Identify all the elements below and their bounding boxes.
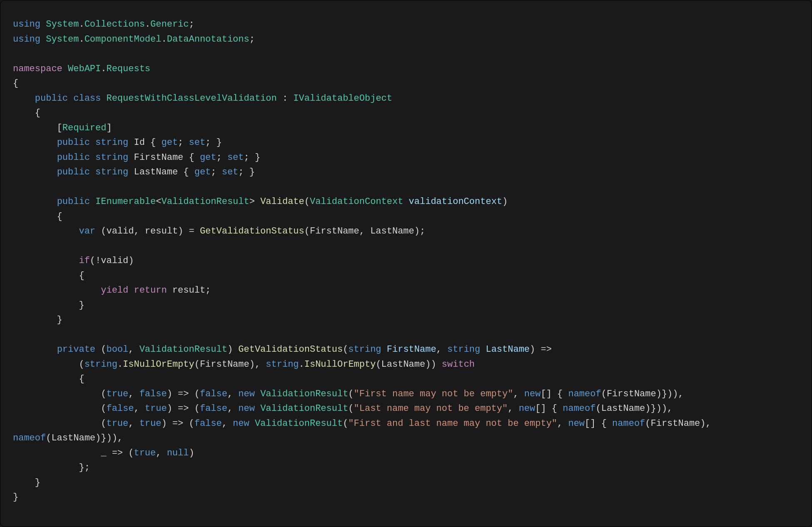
code-panel: using System.Collections.Generic; using … <box>0 0 812 527</box>
token: namespace <box>13 64 62 74</box>
token: Required <box>62 123 107 133</box>
token: ; } <box>238 167 255 177</box>
token: , <box>227 389 238 399</box>
token: FirstName <box>387 344 436 355</box>
token: false <box>194 418 222 429</box>
token: DataAnnotations <box>167 34 249 45</box>
token: , <box>128 344 139 355</box>
token: public <box>57 196 90 207</box>
token: (LastName)) <box>376 359 441 370</box>
token: ValidationResult <box>255 418 343 429</box>
token: { <box>13 108 40 118</box>
token: ) <box>227 344 238 355</box>
token: IEnumerable <box>95 196 156 207</box>
token: (FirstName)})), <box>601 389 684 399</box>
token <box>13 196 57 207</box>
token: result; <box>167 285 211 296</box>
token: new <box>233 418 249 429</box>
token: } <box>13 315 62 325</box>
token: ) => ( <box>167 389 200 399</box>
token: new <box>238 403 255 414</box>
token: ( <box>13 389 106 399</box>
token <box>62 64 68 74</box>
token: true <box>134 448 156 458</box>
token: public <box>35 93 68 104</box>
token: . <box>79 34 84 45</box>
token: . <box>79 19 84 30</box>
token: true <box>139 418 162 429</box>
token: bool <box>106 344 128 355</box>
token: IValidatableObject <box>293 93 392 104</box>
token: var <box>79 226 95 236</box>
token: ] <box>106 123 112 133</box>
token: . <box>161 34 167 45</box>
token: { <box>183 152 200 163</box>
token: ( <box>348 389 354 399</box>
token: new <box>524 389 541 399</box>
token <box>13 285 101 296</box>
token: public <box>57 167 90 177</box>
token: private <box>57 344 95 355</box>
token: ( <box>348 403 354 414</box>
token: false <box>106 403 134 414</box>
token: , <box>222 418 233 429</box>
token: _ => ( <box>13 448 134 458</box>
token: LastName <box>134 167 178 177</box>
token <box>13 93 35 104</box>
token: string <box>348 344 381 355</box>
token: if <box>79 256 90 266</box>
token: false <box>139 389 167 399</box>
token: nameof <box>612 418 645 429</box>
token: ValidationResult <box>260 389 348 399</box>
token <box>40 19 46 30</box>
token <box>249 418 255 429</box>
token: class <box>73 93 101 104</box>
token: ; <box>249 34 255 45</box>
token: . <box>145 19 150 30</box>
token: ( <box>343 344 348 355</box>
token: Validate <box>260 196 304 207</box>
token: public <box>57 152 90 163</box>
token: ) => <box>530 344 552 355</box>
token: { <box>13 374 85 384</box>
token <box>128 152 134 163</box>
token: Requests <box>106 64 150 74</box>
token: ValidationResult <box>139 344 227 355</box>
token <box>90 196 95 207</box>
token: WebAPI <box>68 64 101 74</box>
token: { <box>145 137 162 148</box>
token: > <box>249 196 260 207</box>
token: ValidationResult <box>260 403 348 414</box>
token: Id <box>134 137 144 148</box>
code-block: using System.Collections.Generic; using … <box>13 17 799 505</box>
token: , <box>436 344 447 355</box>
token: (LastName)})), <box>595 403 673 414</box>
token: set <box>189 137 206 148</box>
token: false <box>200 389 227 399</box>
token: null <box>167 448 189 458</box>
token: [ <box>13 123 62 133</box>
token: set <box>227 152 244 163</box>
token: switch <box>442 359 475 370</box>
token: { <box>13 78 18 89</box>
token <box>13 226 79 236</box>
token: ( <box>13 418 106 429</box>
token: }; <box>13 462 90 473</box>
token: true <box>145 403 167 414</box>
token: ; <box>178 137 189 148</box>
token: set <box>222 167 239 177</box>
token: ValidationContext <box>310 196 403 207</box>
token: false <box>200 403 227 414</box>
token: ; } <box>244 152 261 163</box>
token: true <box>106 418 128 429</box>
token: (LastName)})), <box>46 433 123 443</box>
token <box>480 344 486 355</box>
token: ( <box>13 403 106 414</box>
token: get <box>200 152 217 163</box>
token: { <box>13 211 62 222</box>
token: [] { <box>585 418 612 429</box>
token: Collections <box>85 19 145 30</box>
token: } <box>13 492 18 502</box>
token <box>13 152 57 163</box>
token: public <box>57 137 90 148</box>
